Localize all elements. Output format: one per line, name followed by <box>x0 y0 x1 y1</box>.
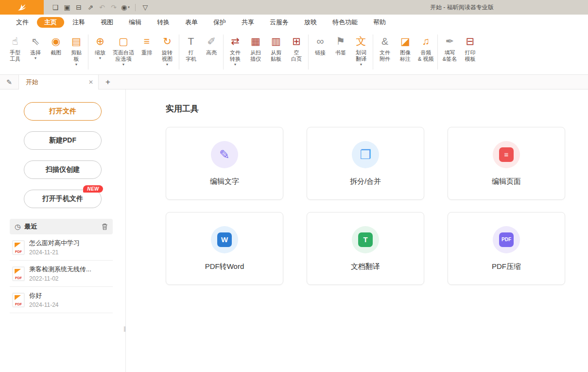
tool-badge-glyph: PDF <box>499 232 514 247</box>
ribbon-button-zoom[interactable]: ⊕缩放▼ <box>90 34 110 61</box>
ribbon-button-label: 图像 标注 <box>400 50 411 62</box>
recent-file-item[interactable]: PDF怎么面对高中学习2024-11-21 <box>10 234 113 261</box>
blank-page-icon: ⊞ <box>292 35 301 48</box>
ribbon-button-image-annotation[interactable]: ◪图像 标注 <box>395 34 415 63</box>
ribbon-button-reflow[interactable]: ≡重排 <box>137 34 157 56</box>
new-badge: NEW <box>83 185 103 193</box>
select-icon: ⇖ <box>31 35 40 48</box>
dropdown-caret-icon: ▼ <box>122 63 125 67</box>
ribbon-button-typewriter[interactable]: T打 字机 <box>181 34 201 63</box>
tool-label: PDF转Word <box>205 262 244 271</box>
file-text: 怎么面对高中学习2024-11-21 <box>29 239 80 256</box>
quick-access-toolbar: ❏▣⊟⇗↶↷◉▾▽ <box>50 2 151 13</box>
share-button[interactable]: ⇗ <box>85 2 96 13</box>
menu-tab[interactable]: 特色功能 <box>325 17 365 28</box>
translate-icon: 文 <box>356 35 366 48</box>
ribbon-button-label: 从剪 贴板 <box>271 50 281 62</box>
clear-recent-button[interactable] <box>102 223 108 230</box>
menu-tab[interactable]: 表单 <box>178 17 205 28</box>
tab-start[interactable]: 开始 ✕ <box>18 75 99 89</box>
menu-tab[interactable]: 帮助 <box>366 17 393 28</box>
menu-tab[interactable]: 云服务 <box>262 17 296 28</box>
tool-card-pdf-compress[interactable]: PDFPDF压缩 <box>448 212 565 285</box>
menu-tab[interactable]: 保护 <box>206 17 233 28</box>
from-scanner-icon: ▦ <box>251 35 260 48</box>
pdf-file-icon: PDF <box>13 267 24 281</box>
ribbon-button-link[interactable]: ∞链接 <box>310 34 330 56</box>
tool-label: 拆分/合并 <box>350 177 381 186</box>
tab-label: 开始 <box>26 78 38 87</box>
open-mobile-file-button[interactable]: 打开手机文件NEW <box>24 190 102 208</box>
open-file-icon: ❏ <box>52 3 59 11</box>
tool-card-edit-pages[interactable]: ≡编辑页面 <box>448 127 565 200</box>
ribbon-button-fill-sign[interactable]: ✒填写 &签名 <box>439 34 460 63</box>
tool-card-split-merge[interactable]: ❐拆分/合并 <box>307 127 424 200</box>
group-separator <box>373 35 373 70</box>
scanner-create-button[interactable]: 扫描仪创建 <box>24 160 102 179</box>
ribbon-button-label: 截图 <box>51 50 61 56</box>
ribbon-button-file-convert[interactable]: ⇄文件 转换▼ <box>225 34 245 67</box>
ribbon-button-hand-tool[interactable]: ☝手型 工具 <box>5 34 25 63</box>
ribbon-button-rotate-view[interactable]: ↻旋转 视图▼ <box>157 34 177 67</box>
foxit-logo[interactable] <box>0 0 44 15</box>
tab-close-icon[interactable]: ✕ <box>88 79 93 86</box>
customize-toolbar-button[interactable]: ▽ <box>139 2 151 13</box>
print-button[interactable]: ⊟ <box>73 2 85 13</box>
menu-tab[interactable]: 放映 <box>297 17 324 28</box>
recent-file-list: PDF怎么面对高中学习2024-11-21PDF乘客检测系统无线传...2022… <box>10 234 113 313</box>
ribbon-button-file-attachment[interactable]: &文件 附件 <box>375 34 395 63</box>
recent-file-item[interactable]: PDF你好2024-11-24 <box>10 287 113 313</box>
ribbon-button-print-template[interactable]: ⊟打印 模板 <box>460 34 480 63</box>
dropdown-caret-icon: ▼ <box>75 63 78 67</box>
pen-icon[interactable]: ✎ <box>0 78 18 86</box>
file-convert-icon: ⇄ <box>231 35 240 48</box>
menu-tab[interactable]: 注释 <box>65 17 92 28</box>
ribbon-button-label: 手型 工具 <box>10 50 20 62</box>
menu-tab[interactable]: 主页 <box>37 17 64 28</box>
ribbon-button-label: 文件 附件 <box>380 50 390 62</box>
ribbon-button-from-scanner[interactable]: ▦从扫 描仪 <box>245 34 266 63</box>
toolbar-separator <box>135 4 136 11</box>
dropdown-caret-icon: ▼ <box>166 63 169 67</box>
ribbon-group: ✒填写 &签名⊟打印 模板 <box>439 34 480 63</box>
ribbon-button-highlight[interactable]: ✐高亮 <box>201 34 222 56</box>
menu-tab[interactable]: 转换 <box>150 17 177 28</box>
ribbon-button-label: 打印 模板 <box>465 50 475 62</box>
recent-file-item[interactable]: PDF乘客检测系统无线传...2022-11-02 <box>10 261 113 287</box>
save-button[interactable]: ▣ <box>61 2 73 13</box>
tool-card-edit-text[interactable]: ✎编辑文字 <box>166 127 283 200</box>
tool-card-doc-translate[interactable]: T文档翻译 <box>307 212 424 285</box>
ribbon-button-snapshot[interactable]: ◉截图 <box>46 34 66 56</box>
ribbon-button-label: 重排 <box>141 50 152 56</box>
ribbon-button-bookmark[interactable]: ⚑书签 <box>330 34 351 56</box>
open-file-button[interactable]: ❏ <box>50 2 61 13</box>
new-pdf-button[interactable]: 新建PDF <box>24 131 102 150</box>
button-label: 打开文件 <box>49 107 76 116</box>
menu-tab[interactable]: 视图 <box>93 17 121 28</box>
ribbon-button-clipboard[interactable]: ▤剪贴 板▼ <box>66 34 86 67</box>
open-file-button[interactable]: 打开文件 <box>24 102 102 121</box>
sidebar-collapse-handle[interactable]: ∥ <box>123 326 127 332</box>
redo-button: ↷ <box>108 2 120 13</box>
ribbon-button-label: 音频 & 视频 <box>418 50 433 62</box>
menu-tab[interactable]: 共享 <box>234 17 261 28</box>
pdf-icon-label: PDF <box>13 302 24 306</box>
ribbon-button-from-clipboard[interactable]: ▥从剪 贴板 <box>266 34 286 63</box>
menu-tab[interactable]: 文件 <box>9 17 36 28</box>
stamp-button[interactable]: ◉▾ <box>120 2 131 13</box>
zoom-icon: ⊕ <box>96 35 104 48</box>
file-date: 2024-11-21 <box>29 249 80 256</box>
typewriter-icon: T <box>188 35 194 48</box>
redo-icon: ↷ <box>111 3 117 11</box>
edit-pages-icon: ≡ <box>493 141 520 168</box>
ribbon-button-fit-page-options[interactable]: ▢页面自适 应选项▼ <box>110 34 137 67</box>
new-tab-button[interactable]: + <box>105 78 110 86</box>
ribbon-button-translate[interactable]: 文划词 翻译▼ <box>351 34 371 67</box>
menu-tab[interactable]: 编辑 <box>121 17 149 28</box>
ribbon-button-select[interactable]: ⇖选择▼ <box>25 34 46 61</box>
undo-icon: ↶ <box>99 3 105 11</box>
ribbon-button-audio-video[interactable]: ♫音频 & 视频 <box>415 34 436 63</box>
ribbon-button-label: 从扫 描仪 <box>250 50 261 62</box>
tool-card-pdf-to-word[interactable]: WPDF转Word <box>166 212 283 285</box>
ribbon-button-blank-page[interactable]: ⊞空 白页 <box>286 34 307 63</box>
